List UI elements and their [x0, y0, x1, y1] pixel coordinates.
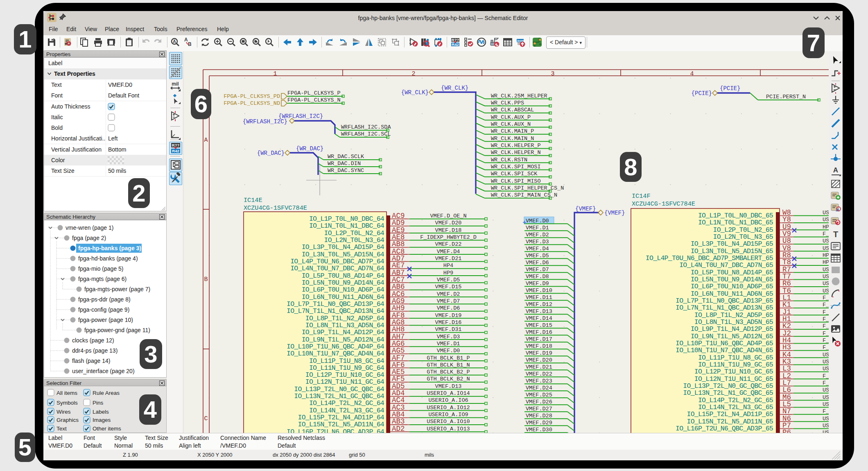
svg-text:US: US [823, 245, 829, 251]
svg-text:VMEF.D4: VMEF.D4 [526, 246, 549, 252]
svg-text:USERIO_A.IO12: USERIO_A.IO12 [427, 405, 470, 411]
svg-text:WR_DAC.SYNC: WR_DAC.SYNC [328, 168, 364, 174]
svg-text:VMEF.D7: VMEF.D7 [437, 298, 460, 304]
svg-text:VMEF.D13: VMEF.D13 [435, 383, 462, 389]
svg-text:P6: P6 [782, 428, 791, 433]
svg-text:VMEF.D3: VMEF.D3 [526, 239, 549, 245]
svg-text:VMEF.D5: VMEF.D5 [526, 253, 549, 259]
svg-text:HP: HP [823, 259, 829, 265]
svg-text:VMEF.D28: VMEF.D28 [526, 413, 552, 419]
svg-text:XCZU4CG-1SFVC784E: XCZU4CG-1SFVC784E [632, 200, 695, 208]
svg-text:A: A [173, 39, 176, 44]
svg-text:VMEF.D7: VMEF.D7 [526, 267, 549, 273]
svg-text:fpga-mio (page 5): fpga-mio (page 5) [78, 265, 124, 272]
svg-text:IO_L9P_T1L_N4_AD12P_65: IO_L9P_T1L_N4_AD12P_65 [691, 325, 773, 333]
svg-text:IO_L6P_T0U_N10_AD6P_65: IO_L6P_T0U_N10_AD6P_65 [691, 283, 773, 290]
svg-text:VMEF.D10: VMEF.D10 [526, 288, 552, 294]
svg-text:fpga-mgts (page 6): fpga-mgts (page 6) [78, 276, 127, 282]
svg-text:VMEF.D30: VMEF.D30 [526, 427, 552, 433]
svg-text:IO_L7N_T1L_N1_QBC_AD13N_64: IO_L7N_T1L_N1_QBC_AD13N_64 [287, 307, 384, 315]
svg-text:IO_L2N_T0L_N3_65: IO_L2N_T0L_N3_65 [713, 233, 773, 241]
svg-text:IO_L12N_T1U_N11_GC_65: IO_L12N_T1U_N11_GC_65 [694, 375, 773, 383]
svg-text:IO_L11P_T1U_N8_GC_65: IO_L11P_T1U_N8_GC_65 [698, 354, 773, 362]
svg-text:VMEF.D16: VMEF.D16 [435, 319, 462, 326]
svg-text:F_: F_ [823, 323, 829, 329]
svg-text:R??: R?? [172, 143, 180, 147]
svg-text:IO_L10P_T1U_N6_QBC_AD4P_64: IO_L10P_T1U_N6_QBC_AD4P_64 [287, 343, 384, 351]
svg-text:VMEF.D2: VMEF.D2 [437, 291, 460, 297]
svg-text:IO_L14N_T2L_N3_GC_65: IO_L14N_T2L_N3_GC_65 [698, 403, 773, 411]
svg-text:IC14F: IC14F [632, 192, 651, 200]
svg-text:IO_L4N_T0U_N7_DBC_AD7N_65: IO_L4N_T0U_N7_DBC_AD7N_65 [679, 261, 773, 269]
svg-text:IO_L13N_T2L_N1_GC_QBC_65: IO_L13N_T2L_N1_GC_QBC_65 [683, 389, 773, 397]
svg-text:WR_CLK.SPI_SCK: WR_CLK.SPI_SCK [491, 171, 538, 177]
svg-text:US: US [823, 416, 829, 422]
svg-text:IO_L16P_T2U_N6_QBC_AD3P_64: IO_L16P_T2U_N6_QBC_AD3P_64 [287, 428, 384, 433]
svg-text:user_interface (page 20): user_interface (page 20) [72, 368, 135, 374]
svg-text:HP: HP [823, 224, 829, 230]
svg-text:IO_L9N_T1L_N5_AD12N_65: IO_L9N_T1L_N5_AD12N_65 [691, 333, 773, 340]
svg-text:VMEF.D26: VMEF.D26 [526, 399, 552, 405]
svg-text:Pins: Pins [93, 400, 104, 406]
svg-text:IO_L12P_T1U_N10_GC_65: IO_L12P_T1U_N10_GC_65 [694, 368, 773, 376]
svg-text:IO_L15P_T2L_N4_AD11P_65: IO_L15P_T2L_N4_AD11P_65 [687, 410, 773, 418]
svg-text:F_: F_ [823, 331, 829, 337]
svg-text:VMEF.D31: VMEF.D31 [435, 326, 462, 333]
svg-text:{PCIE}: {PCIE} [692, 90, 712, 97]
svg-text:F_: F_ [823, 316, 829, 322]
svg-text:All items: All items [57, 390, 77, 396]
svg-text:Rule Areas: Rule Areas [93, 390, 120, 396]
svg-text:US: US [823, 387, 829, 393]
svg-text:VMEF.D5: VMEF.D5 [437, 277, 460, 283]
svg-text:VMEF.D4: VMEF.D4 [437, 249, 460, 255]
svg-text:IO_L9N_T1L_N5_AD12N_64: IO_L9N_T1L_N5_AD12N_64 [302, 336, 384, 344]
svg-text:vme-wren (page 1): vme-wren (page 1) [66, 224, 114, 231]
svg-text:WR_CLK.SPI_MAIN_CS_N: WR_CLK.SPI_MAIN_CS_N [491, 192, 557, 198]
svg-text:R42: R42 [172, 149, 179, 153]
svg-text:flash (page 14): flash (page 14) [72, 358, 110, 364]
svg-text:IO_L6P_T0U_N10_AD6P_64: IO_L6P_T0U_N10_AD6P_64 [302, 286, 384, 294]
svg-text:F_: F_ [823, 380, 829, 386]
svg-text:FPGA-PL_CLKSYS_ND: FPGA-PL_CLKSYS_ND [224, 100, 280, 106]
svg-text:1: 1 [273, 70, 277, 77]
svg-text:IO_L4N_T0U_N7_DBC_AD7N_64: IO_L4N_T0U_N7_DBC_AD7N_64 [290, 265, 384, 272]
svg-text:IC14E: IC14E [244, 197, 262, 204]
svg-text:US: US [823, 394, 829, 401]
svg-text:US: US [823, 281, 829, 287]
svg-text:3: 3 [551, 70, 554, 77]
svg-text:IO_L8N_T1L_N3_AD5N_64: IO_L8N_T1L_N3_AD5N_64 [305, 322, 384, 329]
svg-text:fpga (page 2): fpga (page 2) [72, 235, 106, 241]
svg-text:fpga-power (page 10): fpga-power (page 10) [78, 317, 133, 323]
svg-text:fpga-config (page 9): fpga-config (page 9) [78, 306, 129, 313]
svg-text:IO_L10N_T1U_N7_QBC_AD4N_64: IO_L10N_T1U_N7_QBC_AD4N_64 [287, 350, 384, 358]
svg-text:IO_L10P_T1U_N6_QBC_AD4P_65: IO_L10P_T1U_N6_QBC_AD4P_65 [676, 340, 773, 347]
svg-text:VMEF.D18: VMEF.D18 [435, 227, 462, 233]
svg-text:WR_CLK.AUX_P: WR_CLK.AUX_P [491, 114, 531, 120]
svg-text:FPGA-PL_CLKSYS_PD: FPGA-PL_CLKSYS_PD [224, 93, 280, 100]
svg-text:VMEF.D25: VMEF.D25 [526, 392, 552, 398]
svg-text:IO_L14N_T2L_N3_GC_64: IO_L14N_T2L_N3_GC_64 [309, 407, 384, 414]
svg-text:IO_L1N_T0L_N1_DBC_65: IO_L1N_T0L_N1_DBC_65 [698, 219, 773, 226]
svg-text:IO_L11N_T1U_N9_GC_64: IO_L11N_T1U_N9_GC_64 [309, 364, 384, 372]
svg-text:F_: F_ [823, 344, 829, 351]
svg-text:IO_L16P_T2U_N6_QBC_AD3P_65: IO_L16P_T2U_N6_QBC_AD3P_65 [676, 425, 773, 433]
svg-text:A: A [184, 37, 188, 43]
svg-text:fpga-mgts-power (page 7): fpga-mgts-power (page 7) [84, 286, 150, 292]
svg-text:IO_L8N_T1L_N3_AD5N_65: IO_L8N_T1L_N3_AD5N_65 [694, 318, 773, 326]
svg-text:Other items: Other items [93, 426, 121, 432]
svg-text:US: US [823, 210, 829, 216]
svg-text:{WRFLASH_I2C}: {WRFLASH_I2C} [278, 113, 323, 120]
svg-text:IO_L11P_T1U_N8_GC_64: IO_L11P_T1U_N8_GC_64 [309, 357, 384, 365]
svg-text:VMEF.D1: VMEF.D1 [526, 225, 549, 231]
svg-text:GTH_BCLK_B1_P: GTH_BCLK_B1_P [427, 355, 470, 361]
svg-text:VMEF.D15: VMEF.D15 [435, 284, 462, 290]
svg-text:IO_L5P_T0U_N8_AD14P_65: IO_L5P_T0U_N8_AD14P_65 [691, 269, 773, 276]
svg-text:GTH_BCLK_B2_P: GTH_BCLK_B2_P [427, 369, 470, 375]
svg-text:VMEF.D6: VMEF.D6 [526, 260, 549, 266]
svg-text:IO_L6N_T0U_N11_AD6N_64: IO_L6N_T0U_N11_AD6N_64 [302, 293, 384, 301]
svg-text:IO_L2P_T0L_N2_64: IO_L2P_T0L_N2_64 [324, 229, 384, 237]
svg-text:IO_L7P_T1L_N0_QBC_AD13P_65: IO_L7P_T1L_N0_QBC_AD13P_65 [676, 297, 773, 305]
svg-text:VMEF.D2: VMEF.D2 [526, 232, 549, 238]
svg-text:F_: F_ [823, 373, 829, 379]
svg-text:VMEF.D11: VMEF.D11 [526, 294, 552, 301]
